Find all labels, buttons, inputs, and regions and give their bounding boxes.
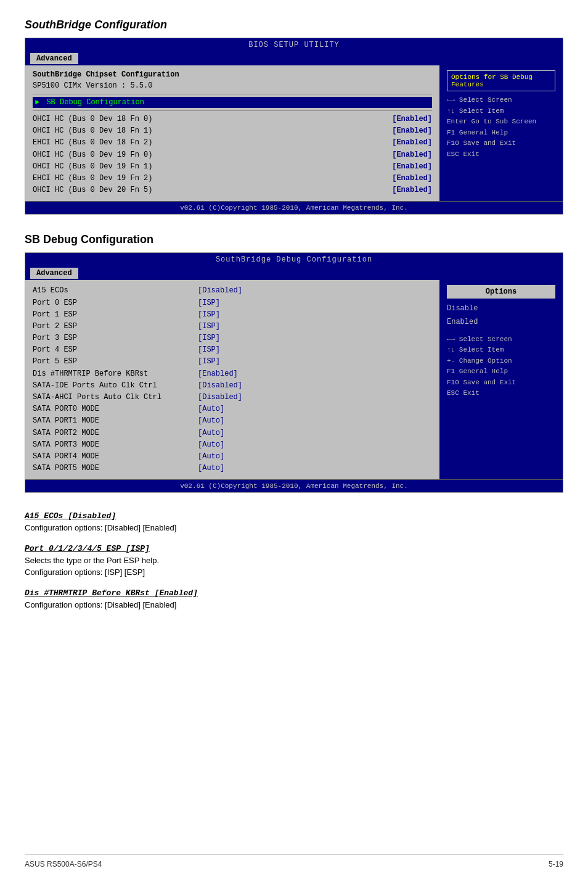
key-help-item: Enter Go to Sub Screen [447, 117, 555, 128]
desc-line: Selects the type or the Port ESP help. [25, 555, 563, 567]
sb-device-row: A15 ECOs[Disabled] [33, 285, 432, 297]
sb-device-value: [ISP] [198, 356, 220, 368]
bios-content-1: SouthBridge Chipset Configuration SP5100… [25, 65, 563, 201]
submenu-arrow-icon: ► [35, 98, 44, 107]
device-row: OHCI HC (Bus 0 Dev 19 Fn 1) [Enabled] [33, 161, 432, 173]
sb-device-value: [ISP] [198, 344, 220, 356]
sb-device-value: [Auto] [198, 415, 224, 427]
sb-device-value: [Disabled] [198, 392, 242, 403]
desc-block: Port 0/1/2/3/4/5 ESP [ISP]Selects the ty… [25, 544, 563, 579]
bios-footer-2: v02.61 (C)Copyright 1985-2010, American … [25, 479, 563, 492]
device-name: OHCI HC (Bus 0 Dev 19 Fn 1) [33, 161, 374, 173]
sb-device-row: Dis #THRMTRIP Before KBRst[Enabled] [33, 368, 432, 380]
sb-device-name: Port 3 ESP [33, 332, 193, 344]
key-help-item: F10 Save and Exit [447, 138, 555, 149]
bios-footer-1: v02.61 (C)Copyright 1985-2010, American … [25, 201, 563, 214]
sb-device-value: [ISP] [198, 309, 220, 321]
bios-header-2: SouthBridge Debug Configuration [25, 253, 563, 266]
key-help-item: F10 Save and Exit [447, 377, 555, 389]
device-row: OHCI HC (Bus 0 Dev 19 Fn 0) [Enabled] [33, 149, 432, 161]
bios-chipset-title: SouthBridge Chipset Configuration [33, 70, 432, 79]
desc-title: Dis #THRMTRIP Before KBRst [Enabled] [25, 588, 563, 598]
desc-title: Port 0/1/2/3/4/5 ESP [ISP] [25, 544, 563, 553]
sb-device-value: [ISP] [198, 297, 220, 309]
sb-device-name: Port 2 ESP [33, 321, 193, 332]
key-help-item: F1 General Help [447, 128, 555, 139]
footer-left: ASUS RS500A-S6/PS4 [25, 860, 102, 868]
sb-device-name: SATA-AHCI Ports Auto Clk Ctrl [33, 392, 193, 403]
sb-device-name: SATA PORT2 MODE [33, 427, 193, 439]
section2: SB Debug Configuration SouthBridge Debug… [25, 233, 563, 611]
sb-device-row: Port 4 ESP[ISP] [33, 344, 432, 356]
bios-box-1: BIOS SETUP UTILITY Advanced SouthBridge … [25, 38, 563, 215]
options-list: DisableEnabled [447, 302, 555, 329]
sb-device-list: A15 ECOs[Disabled]Port 0 ESP[ISP]Port 1 … [33, 285, 432, 474]
bios-tab-row-2: Advanced [25, 266, 563, 280]
sb-device-value: [Enabled] [198, 368, 238, 380]
device-value: [Enabled] [379, 149, 432, 161]
sb-device-value: [Auto] [198, 451, 224, 463]
section1: SouthBridge Configuration BIOS SETUP UTI… [25, 19, 563, 215]
device-list-1: OHCI HC (Bus 0 Dev 18 Fn 0) [Enabled]OHC… [33, 113, 432, 196]
sb-device-row: SATA PORT4 MODE[Auto] [33, 451, 432, 463]
sb-device-row: Port 0 ESP[ISP] [33, 297, 432, 309]
right-label-1: Options for SB Debug Features [447, 70, 555, 91]
device-row: OHCI HC (Bus 0 Dev 18 Fn 0) [Enabled] [33, 113, 432, 125]
sb-device-name: Port 5 ESP [33, 356, 193, 368]
device-row: OHCI HC (Bus 0 Dev 18 Fn 1) [Enabled] [33, 125, 432, 137]
sb-device-name: SATA PORT0 MODE [33, 403, 193, 415]
desc-line: Configuration options: [Disabled] [Enabl… [25, 599, 563, 611]
descriptions: A15 ECOs [Disabled]Configuration options… [25, 511, 563, 611]
footer-right: 5-19 [549, 860, 563, 868]
bios-tab-advanced-2[interactable]: Advanced [30, 268, 78, 279]
device-value: [Enabled] [379, 137, 432, 149]
sb-debug-submenu[interactable]: ► SB Debug Configuration [33, 97, 432, 108]
option-item: Disable [447, 302, 555, 316]
sb-device-row: SATA PORT5 MODE[Auto] [33, 463, 432, 474]
option-item: Enabled [447, 316, 555, 329]
device-value: [Enabled] [379, 184, 432, 196]
bios-right-panel-2: Options DisableEnabled ←→ Select Screen↑… [439, 280, 563, 479]
bios-tab-row-1: Advanced [25, 52, 563, 65]
sb-device-value: [Auto] [198, 463, 224, 474]
bios-tab-advanced-1[interactable]: Advanced [30, 53, 78, 64]
device-value: [Enabled] [379, 161, 432, 173]
key-help-item: ↑↓ Select Item [447, 345, 555, 356]
device-value: [Enabled] [379, 113, 432, 125]
device-name: OHCI HC (Bus 0 Dev 18 Fn 1) [33, 125, 374, 137]
bios-version: SP5100 CIMx Version : 5.5.0 [33, 81, 432, 90]
device-row: OHCI HC (Bus 0 Dev 20 Fn 5) [Enabled] [33, 184, 432, 196]
sb-device-name: Port 0 ESP [33, 297, 193, 309]
section1-title: SouthBridge Configuration [25, 19, 563, 31]
sb-device-value: [ISP] [198, 321, 220, 332]
sb-device-name: Port 1 ESP [33, 309, 193, 321]
key-help-item: ESC Exit [447, 149, 555, 160]
sb-device-row: SATA PORT2 MODE[Auto] [33, 427, 432, 439]
key-help-item: +- Change Option [447, 356, 555, 367]
sb-device-row: SATA PORT1 MODE[Auto] [33, 415, 432, 427]
device-name: OHCI HC (Bus 0 Dev 19 Fn 0) [33, 149, 374, 161]
sb-device-name: Dis #THRMTRIP Before KBRst [33, 368, 193, 380]
sb-device-row: SATA-IDE Ports Auto Clk Ctrl[Disabled] [33, 380, 432, 392]
key-help-item: ←→ Select Screen [447, 334, 555, 345]
desc-line: Configuration options: [ISP] [ESP] [25, 566, 563, 579]
sb-device-name: SATA-IDE Ports Auto Clk Ctrl [33, 380, 193, 392]
key-help-1: ←→ Select Screen↑↓ Select ItemEnter Go t… [447, 95, 555, 160]
sb-device-row: Port 3 ESP[ISP] [33, 332, 432, 344]
section2-title: SB Debug Configuration [25, 233, 563, 246]
sb-device-row: SATA-AHCI Ports Auto Clk Ctrl[Disabled] [33, 392, 432, 403]
sb-device-row: Port 2 ESP[ISP] [33, 321, 432, 332]
sb-device-value: [ISP] [198, 332, 220, 344]
sb-device-name: Port 4 ESP [33, 344, 193, 356]
bios-box-2: SouthBridge Debug Configuration Advanced… [25, 252, 563, 493]
desc-block: A15 ECOs [Disabled]Configuration options… [25, 511, 563, 534]
device-value: [Enabled] [379, 173, 432, 184]
options-label-1: Options for SB Debug Features [451, 73, 533, 88]
key-help-item: ↑↓ Select Item [447, 106, 555, 117]
device-name: OHCI HC (Bus 0 Dev 20 Fn 5) [33, 184, 374, 196]
desc-line: Configuration options: [Disabled] [Enabl… [25, 522, 563, 534]
device-row: EHCI HC (Bus 0 Dev 19 Fn 2) [Enabled] [33, 173, 432, 184]
key-help-2: ←→ Select Screen↑↓ Select Item+- Change … [447, 334, 555, 400]
sb-device-row: Port 5 ESP[ISP] [33, 356, 432, 368]
right-options-label: Options [447, 285, 555, 299]
